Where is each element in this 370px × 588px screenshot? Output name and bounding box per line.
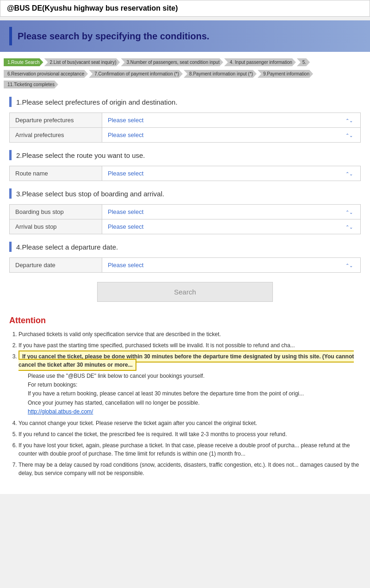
arrival-bus-stop-cell: Please select <box>102 219 361 234</box>
step-8[interactable]: 8.Payment information input (*) <box>184 70 257 78</box>
departure-date-select[interactable]: Please select <box>108 262 355 269</box>
section-2-table: Route name Please select <box>9 166 361 181</box>
departure-date-select-container: Please select <box>108 262 355 269</box>
header-banner: Please search by specifying the conditio… <box>0 20 370 52</box>
boarding-bus-stop-select[interactable]: Please select <box>108 208 355 215</box>
section-3-table: Boarding bus stop Please select Arrival … <box>9 204 361 234</box>
table-row: Route name Please select <box>10 166 361 181</box>
extra-note: Please use the "@BUS DE" link below to c… <box>28 372 361 416</box>
table-row: Departure prefectures Please select <box>10 113 361 128</box>
departure-prefectures-cell: Please select <box>102 113 361 128</box>
step-9[interactable]: 9.Payment information <box>258 70 313 78</box>
section-3-title: 3.Please select bus stop of boarding and… <box>9 188 361 199</box>
attention-title: Attention <box>9 316 361 325</box>
attention-list: Purchased tickets is valid only specific… <box>9 330 361 477</box>
section-4: 4.Please select a departure date. Depart… <box>9 242 361 273</box>
step-7[interactable]: 7.Confirmation of payment information (*… <box>89 70 183 78</box>
attention-section: Attention Purchased tickets is valid onl… <box>5 311 365 485</box>
departure-prefectures-label: Departure prefectures <box>10 113 102 128</box>
section-4-title: 4.Please select a departure date. <box>9 242 361 252</box>
steps-row-1: 1.Route Search 2.List of bus(vacant seat… <box>0 56 370 68</box>
departure-prefectures-select-container: Please select <box>108 117 355 124</box>
main-content: Please search by specifying the conditio… <box>0 20 370 494</box>
arrival-bus-stop-label: Arrival bus stop <box>10 219 102 234</box>
table-row: Arrival prefectures Please select <box>10 128 361 143</box>
section-1-bar <box>9 97 12 107</box>
table-row: Departure date Please select <box>10 258 361 273</box>
step-5[interactable]: 5. <box>297 58 310 66</box>
step-1[interactable]: 1.Route Search <box>4 58 43 66</box>
boarding-bus-stop-select-container: Please select <box>108 208 355 215</box>
departure-date-cell: Please select <box>102 258 361 273</box>
departure-prefectures-select[interactable]: Please select <box>108 117 355 124</box>
route-name-cell: Please select <box>102 166 361 181</box>
header-title: Please search by specifying the conditio… <box>18 31 210 42</box>
title-bar: @BUS DE(Kyushu highway bus reservation s… <box>0 0 370 17</box>
arrival-prefectures-select-container: Please select <box>108 131 355 138</box>
steps-row-2: 6.Reservation provisional acceptance 7.C… <box>0 69 370 79</box>
list-item: There may be a delay caused by road cond… <box>18 461 361 477</box>
table-row: Boarding bus stop Please select <box>10 205 361 219</box>
step-4[interactable]: 4. Input passenger information <box>224 58 296 66</box>
boarding-bus-stop-label: Boarding bus stop <box>10 205 102 219</box>
section-4-bar <box>9 242 12 252</box>
list-item: If you have past the starting time speci… <box>18 341 361 350</box>
section-1: 1.Please select prefectures of origin an… <box>9 97 361 143</box>
header-banner-bar <box>9 27 12 45</box>
step-11[interactable]: 11.Ticketing completes <box>4 81 58 88</box>
departure-date-label: Departure date <box>10 258 102 273</box>
section-3-bar <box>9 188 12 199</box>
list-item: If you have lost your ticket, again, ple… <box>18 441 361 458</box>
section-2-bar <box>9 150 12 160</box>
step-6[interactable]: 6.Reservation provisional acceptance <box>4 70 88 78</box>
arrival-bus-stop-select[interactable]: Please select <box>108 223 355 230</box>
step-2[interactable]: 2.List of bus(vacant seat inquiry) <box>44 58 120 66</box>
arrival-prefectures-cell: Please select <box>102 128 361 143</box>
step-3[interactable]: 3.Number of passengers, seat condition i… <box>121 58 223 66</box>
section-2-title: 2.Please select the route you want to us… <box>9 150 361 160</box>
atbus-link[interactable]: http://global.atbus-de.com/ <box>28 408 93 415</box>
list-item: Purchased tickets is valid only specific… <box>18 330 361 338</box>
route-name-label: Route name <box>10 166 102 181</box>
section-3: 3.Please select bus stop of boarding and… <box>9 188 361 234</box>
section-1-title: 1.Please select prefectures of origin an… <box>9 97 361 107</box>
steps-row-3: 11.Ticketing completes <box>0 80 370 89</box>
section-2: 2.Please select the route you want to us… <box>9 150 361 181</box>
search-button[interactable]: Search <box>97 282 273 302</box>
route-name-select[interactable]: Please select <box>108 170 355 177</box>
highlight-item: If you cancel the ticket, please be done… <box>18 350 354 371</box>
arrival-prefectures-label: Arrival prefectures <box>10 128 102 143</box>
arrival-bus-stop-select-container: Please select <box>108 223 355 230</box>
list-item: If you cancel the ticket, please be done… <box>18 352 361 416</box>
table-row: Arrival bus stop Please select <box>10 219 361 234</box>
section-1-table: Departure prefectures Please select Arri… <box>9 113 361 143</box>
section-4-table: Departure date Please select <box>9 257 361 273</box>
route-name-select-container: Please select <box>108 170 355 177</box>
arrival-prefectures-select[interactable]: Please select <box>108 131 355 138</box>
boarding-bus-stop-cell: Please select <box>102 205 361 219</box>
list-item: If you refund to cancel the ticket, the … <box>18 430 361 438</box>
list-item: You cannot change your ticket. Please re… <box>18 419 361 427</box>
